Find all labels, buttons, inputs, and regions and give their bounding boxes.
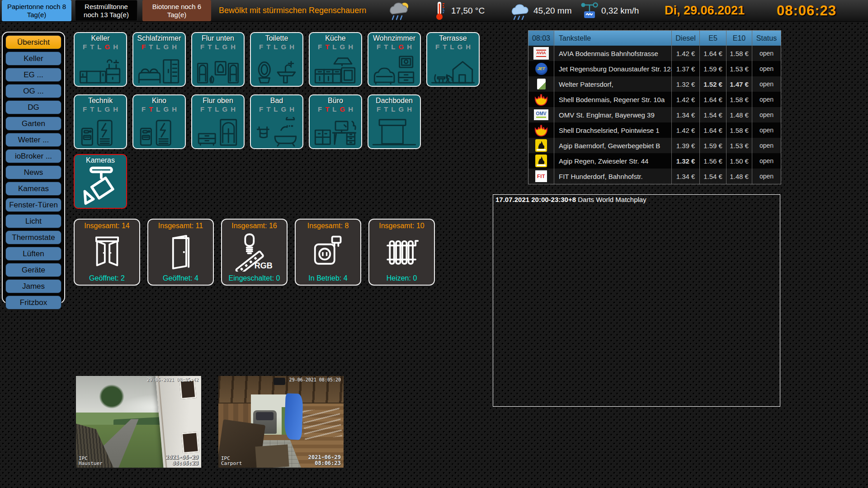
room-tile-kueche[interactable]: KücheFTLGH [309,32,362,87]
status-letter-f: F [377,105,381,113]
status-letter-l: L [215,43,219,51]
brand-logo-agip [533,139,549,152]
room-tile-dachboden[interactable]: DachbodenFTLGH [368,94,421,149]
station-name: Welter Patersdorf, [554,76,671,92]
camera-name-label: IPCHaustuer [79,456,103,466]
summary-total-label: Insgesamt: 11 [158,222,203,230]
station-status: open [752,107,781,122]
fuel-station-row: Agip Baerndorf, Gewerbegebiet B1.39 €1.5… [528,138,781,153]
price-diesel: 1.42 € [671,92,699,107]
status-letter-l: L [332,43,336,51]
sidebar-item-lueften[interactable]: Lüften [5,247,61,261]
sidebar-item-keller[interactable]: Keller [5,52,61,66]
room-tile-flur-oben[interactable]: Flur obenFTLGH [191,94,245,149]
camera-image-car-window [256,412,274,420]
station-status: open [752,122,781,138]
status-letter-l: L [274,43,278,51]
socket-icon [309,233,348,272]
sidebar-item-licht[interactable]: Licht [5,214,61,228]
status-letter-h: H [289,105,294,113]
brand-logo-cell [528,138,554,153]
sidebar-item-uebersicht[interactable]: Übersicht [5,35,61,49]
summary-tile-radiator[interactable]: Insgesamt: 10Heizen: 0 [368,219,435,286]
sidebar-item-og[interactable]: OG ... [5,84,61,98]
sidebar-item-kameras[interactable]: Kameras [5,182,61,196]
status-letter-h: H [289,43,294,51]
sidebar-item-iobroker[interactable]: ioBroker ... [5,149,61,163]
sidebar-item-eg[interactable]: EG ... [5,68,61,82]
station-status: open [752,92,781,107]
weather-cloud-sun-rain-icon [387,1,412,22]
room-status-letters: FTLGH [192,43,244,51]
room-tile-toilette[interactable]: ToiletteFTLGH [250,32,303,87]
summary-total-label: Insgesamt: 8 [307,222,349,230]
status-letter-t: T [149,43,153,51]
sidebar-item-dg[interactable]: DG [5,100,61,114]
room-tile-bad[interactable]: BadFTLGH [250,94,303,149]
brand-logo-cell: OMV [528,107,554,122]
summary-tile-socket[interactable]: Insgesamt: 8In Betrieb: 4 [295,219,361,286]
room-tile-technik[interactable]: TechnikFTLGH [74,94,127,149]
camera-icon [79,200,122,207]
brand-logo-omv: OMV [534,109,548,120]
room-tile-keller[interactable]: KellerFTLGH [74,32,127,87]
summary-tile-window[interactable]: Insgesamt: 14Geöffnet: 2 [74,219,140,286]
room-status-letters: FTLGH [75,43,126,51]
room-title: Terrasse [427,34,479,42]
sidebar-item-thermostate[interactable]: Thermostate [5,230,61,244]
status-letter-g: G [222,43,228,51]
anemometer-icon [580,2,599,22]
summary-tile-door[interactable]: Insgesamt: 11Geöffnet: 4 [147,219,214,286]
status-letter-h: H [172,105,177,113]
camera-feed-haustuer[interactable]: 29-06-2021 08:05:42 IPCHaustuer 2021-06-… [76,376,201,468]
status-letter-f: F [259,43,263,51]
price-diesel: 1.34 € [671,169,699,184]
sidebar-item-news[interactable]: News [5,165,61,179]
kameras-tile[interactable]: Kameras [74,154,127,209]
status-letter-g: G [222,105,228,113]
sidebar-item-garten[interactable]: Garten [5,117,61,131]
sidebar-item-fritzbox[interactable]: Fritzbox [5,296,61,310]
station-name: OMV St. Englmar, Bayerweg 39 [554,107,671,122]
fuel-station-row: Welter Patersdorf,1.32 €1.52 €1.47 €open [528,76,781,92]
summary-state-label: Eingeschaltet: 0 [229,274,280,282]
thermometer-icon [435,1,447,22]
price-e10: 1.48 € [726,169,752,184]
brand-logo-cell: AVIA [528,46,554,61]
sidebar-item-fenster-tueren[interactable]: Fenster-Türen [5,198,61,212]
room-title: Küche [310,34,361,42]
sidebar-item-james[interactable]: James [5,279,61,293]
room-tile-flur-unten[interactable]: Flur untenFTLGH [191,32,245,87]
brand-logo-cell: JET [528,61,554,76]
status-letter-f: F [259,105,263,113]
status-letter-t: T [443,43,447,51]
status-letter-h: H [407,105,412,113]
brand-logo-welter [537,79,546,89]
price-e10: 1.58 € [726,92,752,107]
camera-datetime-overlay: 2021-06-2908:06:23 [308,455,341,466]
room-tile-schlafzimmer[interactable]: SchlafzimmerFTLGH [132,32,186,87]
brand-logo-jet: JET [535,63,547,75]
room-tile-wohnzimmer[interactable]: WohnzimmerFTLGH [368,32,421,87]
dachboden-icon [372,117,417,147]
bin-papiertonne: Papiertonne noch 8 Tag(e) [2,0,71,21]
sidebar-item-geraete[interactable]: Geräte [5,263,61,277]
kino-icon [137,117,182,147]
status-letter-t: T [149,105,153,113]
room-tile-terrasse[interactable]: TerrasseFTLGH [426,32,480,87]
price-diesel: 1.34 € [671,107,699,122]
flur-unten-icon [195,55,241,84]
camera-image-device [274,378,285,385]
status-letter-g: G [164,43,169,51]
room-title: Wohnzimmer [368,34,420,42]
camera-feed-carport[interactable]: 29-06-2021 08:05:20 IPCCarport 2021-06-2… [218,376,344,468]
room-tile-buero[interactable]: BüroFTLGH [309,94,362,149]
price-e5: 1.64 € [699,46,726,61]
price-e5: 1.59 € [699,138,726,153]
summary-tile-rgb-light[interactable]: Insgesamt: 16RGBEingeschaltet: 0 [221,219,288,286]
price-e10: 1.58 € [726,122,752,138]
sidebar-item-wetter[interactable]: Wetter ... [5,133,61,147]
room-tile-kino[interactable]: KinoFTLGH [132,94,186,149]
status-letter-h: H [466,43,471,51]
brand-logo-cell [528,153,554,169]
